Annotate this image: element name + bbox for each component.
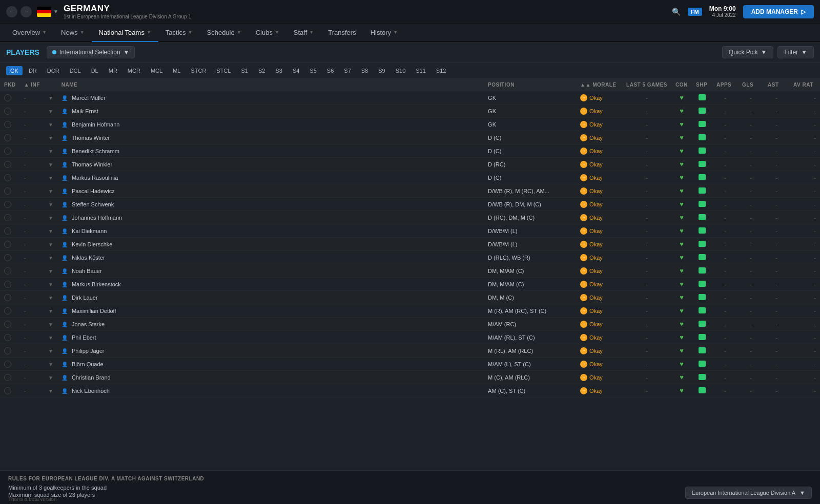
player-select-radio[interactable] — [4, 374, 11, 381]
pos-tab-dl[interactable]: DL — [87, 66, 102, 75]
player-select-radio[interactable] — [4, 94, 11, 101]
pos-tab-s3[interactable]: S3 — [271, 66, 286, 75]
pos-tab-mcr[interactable]: MCR — [124, 66, 145, 75]
nav-history[interactable]: History ▼ — [363, 24, 405, 42]
nav-staff[interactable]: Staff ▼ — [286, 24, 321, 42]
pos-tab-stcl[interactable]: STCL — [212, 66, 235, 75]
table-row[interactable]: - ▼ 👤 Johannes Hoffmann D (RC), DM, M (C… — [0, 211, 820, 224]
player-expand[interactable]: ▼ — [44, 331, 57, 344]
player-select-radio[interactable] — [4, 347, 11, 354]
pos-tab-stcr[interactable]: STCR — [187, 66, 210, 75]
player-expand[interactable]: ▼ — [44, 371, 57, 384]
player-select-radio[interactable] — [4, 121, 11, 128]
col-header-ast[interactable]: AST — [764, 79, 789, 91]
pos-tab-s11[interactable]: S11 — [412, 66, 430, 75]
table-row[interactable]: - ▼ 👤 Dirk Lauer DM, M (C) → Okay - ♥ — [0, 291, 820, 304]
player-expand[interactable]: ▼ — [44, 104, 57, 118]
table-row[interactable]: - ▼ 👤 Thomas Winkler D (RC) → Okay - ♥ — [0, 158, 820, 171]
col-header-position[interactable]: POSITION — [484, 79, 576, 91]
player-expand[interactable]: ▼ — [44, 318, 57, 331]
flag-container[interactable]: ▼ — [37, 7, 58, 17]
table-row[interactable]: - ▼ 👤 Christian Brand M (C), AM (RLC) → … — [0, 371, 820, 384]
player-expand[interactable]: ▼ — [44, 91, 57, 104]
col-header-name[interactable]: NAME — [57, 79, 484, 91]
player-select-radio[interactable] — [4, 174, 11, 181]
search-icon[interactable]: 🔍 — [672, 8, 681, 16]
player-expand[interactable]: ▼ — [44, 264, 57, 278]
player-expand[interactable]: ▼ — [44, 158, 57, 171]
table-row[interactable]: - ▼ 👤 Björn Quade M/AM (L), ST (C) → Oka… — [0, 358, 820, 371]
pos-tab-s1[interactable]: S1 — [237, 66, 252, 75]
player-select-radio[interactable] — [4, 148, 11, 155]
table-row[interactable]: - ▼ 👤 Nick Ebenhöch AM (C), ST (C) → Oka… — [0, 384, 820, 397]
pos-tab-dr[interactable]: DR — [25, 66, 41, 75]
player-select-radio[interactable] — [4, 134, 11, 141]
table-row[interactable]: - ▼ 👤 Phil Ebert M/AM (RL), ST (C) → Oka… — [0, 331, 820, 344]
player-select-radio[interactable] — [4, 387, 11, 394]
pos-tab-dcr[interactable]: DCR — [43, 66, 64, 75]
back-arrow[interactable]: ← — [6, 6, 17, 17]
pos-tab-ml[interactable]: ML — [169, 66, 184, 75]
filter-button[interactable]: Filter ▼ — [777, 46, 814, 58]
player-select-radio[interactable] — [4, 267, 11, 275]
player-expand[interactable]: ▼ — [44, 171, 57, 184]
pos-tab-s8[interactable]: S8 — [357, 66, 372, 75]
player-select-radio[interactable] — [4, 187, 11, 195]
table-row[interactable]: - ▼ 👤 Niklas Köster D (RLC), WB (R) → Ok… — [0, 251, 820, 264]
table-row[interactable]: - ▼ 👤 Philipp Jäger M (RL), AM (RLC) → O… — [0, 344, 820, 358]
pos-tab-s10[interactable]: S10 — [392, 66, 410, 75]
player-expand[interactable]: ▼ — [44, 224, 57, 238]
pos-tab-s4[interactable]: S4 — [289, 66, 303, 75]
pos-tab-mr[interactable]: MR — [105, 66, 121, 75]
pos-tab-gk[interactable]: GK — [6, 66, 23, 75]
player-expand[interactable]: ▼ — [44, 278, 57, 291]
table-row[interactable]: - ▼ 👤 Marcel Müller GK → Okay - ♥ — [0, 91, 820, 104]
player-expand[interactable]: ▼ — [44, 238, 57, 251]
pos-tab-s12[interactable]: S12 — [432, 66, 450, 75]
player-expand[interactable]: ▼ — [44, 118, 57, 131]
player-select-radio[interactable] — [4, 361, 11, 368]
nav-overview[interactable]: Overview ▼ — [5, 24, 54, 42]
col-header-inf[interactable]: ▲ INF — [20, 79, 44, 91]
forward-arrow[interactable]: → — [20, 6, 32, 17]
player-expand[interactable]: ▼ — [44, 291, 57, 304]
table-row[interactable]: - ▼ 👤 Thomas Winter D (C) → Okay - ♥ — [0, 131, 820, 144]
player-expand[interactable]: ▼ — [44, 344, 57, 358]
player-select-radio[interactable] — [4, 254, 11, 261]
col-header-apps[interactable]: APPS — [712, 79, 738, 91]
pos-tab-s5[interactable]: S5 — [305, 66, 320, 75]
table-row[interactable]: - ▼ 👤 Benedikt Schramm D (C) → Okay - ♥ — [0, 144, 820, 158]
player-select-radio[interactable] — [4, 334, 11, 341]
pos-tab-s7[interactable]: S7 — [340, 66, 355, 75]
col-header-shp[interactable]: SHP — [692, 79, 712, 91]
player-expand[interactable]: ▼ — [44, 198, 57, 211]
pos-tab-dcl[interactable]: DCL — [66, 66, 85, 75]
add-manager-button[interactable]: ADD MANAGER ▷ — [743, 5, 814, 18]
player-select-radio[interactable] — [4, 241, 11, 248]
player-select-radio[interactable] — [4, 294, 11, 301]
col-header-con[interactable]: CON — [671, 79, 692, 91]
player-select-radio[interactable] — [4, 201, 11, 208]
table-row[interactable]: - ▼ 👤 Jonas Starke M/AM (RC) → Okay - ♥ — [0, 318, 820, 331]
player-select-radio[interactable] — [4, 281, 11, 288]
nav-national-teams[interactable]: National Teams ▼ — [92, 24, 158, 42]
table-row[interactable]: - ▼ 👤 Kai Diekmann D/WB/M (L) → Okay - ♥ — [0, 224, 820, 238]
nav-news[interactable]: News ▼ — [54, 24, 91, 42]
nav-tactics[interactable]: Tactics ▼ — [158, 24, 200, 42]
player-select-radio[interactable] — [4, 227, 11, 235]
player-select-radio[interactable] — [4, 108, 11, 115]
pos-tab-s2[interactable]: S2 — [254, 66, 269, 75]
pos-tab-mcl[interactable]: MCL — [147, 66, 167, 75]
col-header-avrat[interactable]: AV RAT — [789, 79, 820, 91]
player-select-radio[interactable] — [4, 321, 11, 328]
player-expand[interactable]: ▼ — [44, 251, 57, 264]
player-expand[interactable]: ▼ — [44, 304, 57, 318]
pos-tab-s9[interactable]: S9 — [374, 66, 389, 75]
player-expand[interactable]: ▼ — [44, 358, 57, 371]
table-row[interactable]: - ▼ 👤 Kevin Dierschke D/WB/M (L) → Okay … — [0, 238, 820, 251]
player-expand[interactable]: ▼ — [44, 144, 57, 158]
quick-pick-button[interactable]: Quick Pick ▼ — [722, 46, 774, 58]
table-row[interactable]: - ▼ 👤 Maik Ernst GK → Okay - ♥ — [0, 104, 820, 118]
table-row[interactable]: - ▼ 👤 Markus Birkenstock DM, M/AM (C) → … — [0, 278, 820, 291]
player-expand[interactable]: ▼ — [44, 384, 57, 397]
